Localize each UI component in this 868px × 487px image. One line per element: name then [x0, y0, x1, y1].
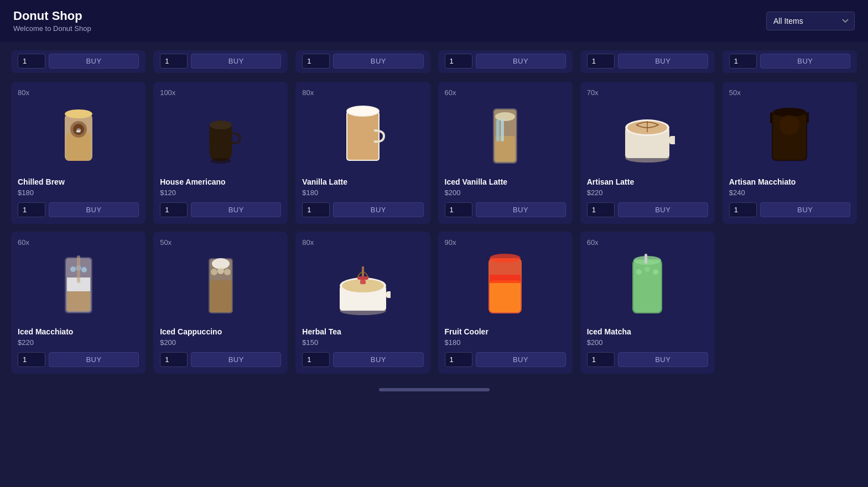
qty-input-partial-1[interactable] — [18, 54, 45, 69]
scrollbar-thumb[interactable] — [379, 388, 490, 391]
qty-input-artisan-latte[interactable] — [587, 202, 615, 217]
buy-button-partial-4[interactable]: BUY — [476, 54, 566, 69]
buy-row-iced-vanilla-latte: BUY — [445, 202, 566, 217]
svg-point-42 — [217, 268, 224, 274]
app-title: Donut Shop — [13, 9, 91, 23]
buy-button-iced-cappuccino[interactable]: BUY — [191, 352, 281, 367]
buy-row-herbal-tea: BUY — [302, 352, 423, 367]
partial-card-1: BUY — [11, 50, 145, 73]
buy-button-artisan-latte[interactable]: BUY — [618, 202, 708, 217]
buy-button-partial-5[interactable]: BUY — [618, 54, 708, 69]
qty-input-iced-vanilla-latte[interactable] — [445, 202, 472, 217]
product-image-house-americano — [160, 100, 281, 172]
qty-input-partial-2[interactable] — [160, 54, 188, 69]
qty-input-iced-macchiato[interactable] — [18, 352, 45, 367]
buy-row-artisan-latte: BUY — [587, 202, 708, 217]
product-card-iced-vanilla-latte: 60x Iced Vanilla Latte $200 BUY — [438, 82, 573, 224]
svg-point-54 — [490, 254, 521, 263]
qty-input-partial-3[interactable] — [302, 54, 330, 69]
stock-badge-iced-cappuccino: 50x — [160, 238, 281, 247]
partial-card-3: BUY — [295, 50, 430, 73]
buy-button-fruit-cooler[interactable]: BUY — [476, 352, 566, 367]
app-header: Donut Shop Welcome to Donut Shop All Ite… — [0, 0, 868, 41]
svg-point-7 — [211, 158, 231, 164]
svg-point-41 — [211, 269, 217, 275]
product-name-chilled-brew: Chilled Brew — [18, 177, 139, 186]
product-image-fruit-cooler — [445, 250, 566, 322]
buy-button-chilled-brew[interactable]: BUY — [49, 202, 139, 217]
product-price-artisan-latte: $220 — [587, 188, 708, 197]
buy-button-iced-macchiato[interactable]: BUY — [49, 352, 139, 367]
product-name-artisan-latte: Artisan Latte — [587, 177, 708, 186]
product-card-chilled-brew: 80x ☕ Chilled Brew $180 BUY — [11, 82, 145, 224]
svg-rect-36 — [77, 255, 80, 283]
product-card-house-americano: 100x House Americano $120 BUY — [153, 82, 288, 224]
product-image-artisan-macchiato — [729, 100, 850, 172]
product-image-iced-macchiato — [18, 250, 139, 322]
stock-badge-iced-macchiato: 60x — [18, 238, 139, 247]
buy-row-iced-matcha: BUY — [587, 352, 708, 367]
svg-rect-50 — [360, 280, 366, 284]
buy-button-partial-1[interactable]: BUY — [49, 54, 139, 69]
buy-button-artisan-macchiato[interactable]: BUY — [760, 202, 850, 217]
product-card-herbal-tea: 80x Herbal Tea $150 BUY — [295, 232, 430, 374]
svg-point-62 — [644, 266, 650, 272]
scrollbar-area — [0, 383, 868, 402]
buy-button-partial-6[interactable]: BUY — [760, 54, 850, 69]
qty-input-partial-6[interactable] — [729, 54, 757, 69]
svg-text:☕: ☕ — [76, 127, 81, 133]
product-card-iced-cappuccino: 50x Iced Cappuccino $200 BUY — [153, 232, 288, 374]
product-price-herbal-tea: $150 — [302, 338, 423, 347]
stock-badge-chilled-brew: 80x — [18, 88, 139, 97]
qty-input-iced-cappuccino[interactable] — [160, 352, 188, 367]
svg-rect-17 — [501, 118, 504, 142]
filter-container: All Items Coffee Tea Coolers Matcha — [766, 12, 855, 30]
stock-badge-house-americano: 100x — [160, 88, 281, 97]
svg-point-43 — [224, 269, 231, 275]
product-card-iced-macchiato: 60x Iced Macchiato $220 BUY — [11, 232, 145, 374]
qty-input-partial-5[interactable] — [587, 54, 615, 69]
qty-input-vanilla-latte[interactable] — [302, 202, 330, 217]
svg-point-33 — [70, 266, 76, 272]
svg-point-63 — [653, 269, 658, 275]
stock-badge-fruit-cooler: 90x — [445, 238, 566, 247]
partial-card-4: BUY — [438, 50, 573, 73]
svg-rect-27 — [807, 112, 809, 123]
product-image-vanilla-latte — [302, 100, 423, 172]
qty-input-chilled-brew[interactable] — [18, 202, 45, 217]
buy-button-vanilla-latte[interactable]: BUY — [333, 202, 423, 217]
product-price-iced-cappuccino: $200 — [160, 338, 281, 347]
buy-row-chilled-brew: BUY — [18, 202, 139, 217]
qty-input-house-americano[interactable] — [160, 202, 188, 217]
filter-dropdown[interactable]: All Items Coffee Tea Coolers Matcha — [766, 12, 855, 30]
product-price-artisan-macchiato: $240 — [729, 188, 850, 197]
svg-rect-31 — [67, 291, 90, 311]
buy-button-house-americano[interactable]: BUY — [191, 202, 281, 217]
qty-input-iced-matcha[interactable] — [587, 352, 615, 367]
svg-point-6 — [210, 121, 232, 129]
buy-button-iced-matcha[interactable]: BUY — [618, 352, 708, 367]
buy-button-iced-vanilla-latte[interactable]: BUY — [476, 202, 566, 217]
svg-point-11 — [347, 107, 378, 116]
qty-input-herbal-tea[interactable] — [302, 352, 330, 367]
buy-button-partial-3[interactable]: BUY — [333, 54, 423, 69]
buy-row-house-americano: BUY — [160, 202, 281, 217]
buy-row-vanilla-latte: BUY — [302, 202, 423, 217]
buy-button-partial-2[interactable]: BUY — [191, 54, 281, 69]
buy-button-herbal-tea[interactable]: BUY — [333, 352, 423, 367]
product-image-artisan-latte — [587, 100, 708, 172]
qty-input-partial-4[interactable] — [445, 54, 472, 69]
product-name-vanilla-latte: Vanilla Latte — [302, 177, 423, 186]
qty-input-artisan-macchiato[interactable] — [729, 202, 757, 217]
svg-point-1 — [65, 109, 92, 118]
product-price-iced-macchiato: $220 — [18, 338, 139, 347]
qty-input-fruit-cooler[interactable] — [445, 352, 472, 367]
product-price-chilled-brew: $180 — [18, 188, 139, 197]
product-name-iced-cappuccino: Iced Cappuccino — [160, 327, 281, 336]
product-price-house-americano: $120 — [160, 188, 281, 197]
product-name-iced-macchiato: Iced Macchiato — [18, 327, 139, 336]
stock-badge-artisan-macchiato: 50x — [729, 88, 850, 97]
svg-point-35 — [81, 267, 87, 273]
svg-point-61 — [636, 269, 642, 275]
svg-rect-59 — [644, 254, 647, 264]
